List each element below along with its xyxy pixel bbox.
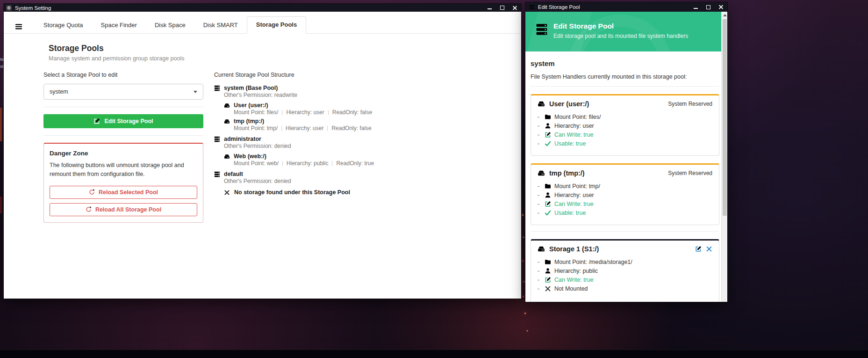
pool-select-value: system [50,88,68,95]
scrollbar[interactable] [721,12,727,302]
pool-edit-column: Select a Storage Pool to edit system Edi… [43,72,203,223]
maximize-button[interactable] [496,4,509,12]
reload-selected-label: Reload Selected Pool [99,189,158,196]
storage-hierarchy: Hierarchy: public [287,160,328,167]
hdd-icon [224,118,230,124]
storage-name: tmp (tmp:/) [234,118,264,124]
desktop: { "desktop": { "edge_fragments": ["W", "… [0,0,868,358]
taskbar[interactable] [0,350,868,358]
storage-mount: Mount Point: files/ [234,109,278,116]
remove-handler-icon[interactable] [706,246,712,252]
edit-handler-icon[interactable] [695,246,702,252]
wallpaper-spark [524,281,524,282]
header-subtitle: Edit storage pool and its mounted file s… [553,33,688,39]
edit-icon [545,132,551,138]
check-icon [545,210,551,216]
folder-icon [545,183,551,190]
check-icon [545,140,551,147]
page-title: Storage Pools [49,44,184,53]
pool-structure-column: Current Storage Pool Structure system (B… [214,72,495,200]
pool-name: administrator [224,136,261,142]
storage-readonly: ReadOnly: true [336,160,374,167]
wallpaper-spark [527,330,528,331]
scroll-up-arrow-icon[interactable] [723,14,727,16]
tab-disk-space[interactable]: Disk Space [146,17,194,33]
handler-name: User (user:/) [549,100,589,108]
refresh-icon [86,206,92,212]
folder-icon [545,259,551,265]
edit-storage-pool-label: Edit Storage Pool [104,118,153,124]
wallpaper-spark [523,237,524,238]
maximize-button[interactable] [702,2,715,12]
storage-entry-web: Web (web:/) Mount Point: web/ Hierarchy:… [224,153,495,167]
system-reserved-badge: System Reserved [668,101,712,107]
handler-item: Can Write: true [538,130,712,139]
settings-tabbar: Storage Quota Space Finder Disk Space Di… [4,16,521,34]
handler-item: Not Mounted [538,284,712,293]
danger-zone-card: Danger Zone The following buttons will u… [43,143,203,223]
hamburger-menu-icon[interactable] [15,23,22,30]
edit-storage-pool-button[interactable]: Edit Storage Pool [43,114,203,128]
system-reserved-badge: System Reserved [668,170,712,176]
user-icon [545,192,551,198]
hdd-icon [224,102,230,109]
hdd-icon [538,245,545,253]
server-icon [214,171,220,177]
handler-card-user: User (user:/) System Reserved Mount Poin… [531,94,719,156]
scrollbar-thumb[interactable] [723,19,727,216]
wallpaper-spark [524,313,526,314]
structure-heading: Current Storage Pool Structure [214,72,495,78]
tab-storage-quota[interactable]: Storage Quota [35,17,92,33]
minimize-button[interactable] [689,2,702,12]
tab-disk-smart[interactable]: Disk SMART [194,17,247,33]
pool-permission: Other's Permission: denied [224,143,495,149]
handler-item: Mount Point: files/ [538,112,712,121]
reload-selected-pool-button[interactable]: Reload Selected Pool [50,186,197,199]
handler-name: tmp (tmp:/) [549,169,585,177]
handler-item: Mount Point: tmp/ [538,182,712,190]
handler-item: Usable: true [538,139,712,148]
storage-name: Web (web:/) [234,153,266,160]
system-setting-window: ⚙ System Setting Storage Quota Space Fin… [4,4,521,299]
handler-item: Can Write: true [538,199,712,208]
gear-icon: ⚙ [6,5,12,11]
handler-item: Can Write: true [538,275,712,284]
selected-pool-name: system [531,59,719,67]
wallpaper-spark [522,260,524,262]
edit-icon [93,118,100,124]
pool-select-dropdown[interactable]: system [43,84,203,100]
server-icon [536,23,548,36]
storage-hierarchy: Hierarchy: user [286,125,323,132]
storage-entry-user: User (user:/) Mount Point: files/ Hierar… [224,102,495,116]
x-mark-icon [224,190,230,196]
storage-mount: Mount Point: web/ [234,160,279,167]
desktop-edge-icon [0,197,2,213]
pool-permission: Other's Permission: readwrite [224,92,495,98]
pool-group-default: default Other's Permission: denied No st… [214,171,495,196]
tab-space-finder[interactable]: Space Finder [92,17,146,33]
tab-storage-pools[interactable]: Storage Pools [247,16,306,34]
handler-item: Hierarchy: public [538,266,712,275]
handlers-description: File System Handlers currently mounted i… [531,73,719,80]
server-icon [214,136,220,142]
reload-all-pool-button[interactable]: Reload All Storage Pool [50,203,197,216]
desktop-edge-icon [0,108,2,141]
x-mark-icon [545,285,551,292]
user-icon [545,268,551,274]
handler-card-tmp: tmp (tmp:/) System Reserved Mount Point:… [531,163,719,225]
pool-group-system: system (Base Pool) Other's Permission: r… [214,85,495,132]
handler-item: Mount Point: /media/storage1/ [538,257,712,266]
header-title: Edit Storage Pool [553,22,688,30]
edit-icon [545,201,551,207]
close-button[interactable] [715,2,727,12]
close-button[interactable] [509,4,521,12]
wallpaper-spark [522,214,524,216]
edit-pool-titlebar[interactable]: Edit Storage Pool [525,2,727,12]
wallpaper-spark [523,296,524,297]
handler-item: Hierarchy: user [538,121,712,130]
edit-storage-pool-window: Edit Storage Pool Edit Storage Pool Edit… [525,2,727,302]
system-setting-titlebar[interactable]: ⚙ System Setting [4,4,521,12]
chevron-down-icon [194,91,197,93]
minimize-button[interactable] [483,4,496,12]
pool-name: default [224,171,243,177]
